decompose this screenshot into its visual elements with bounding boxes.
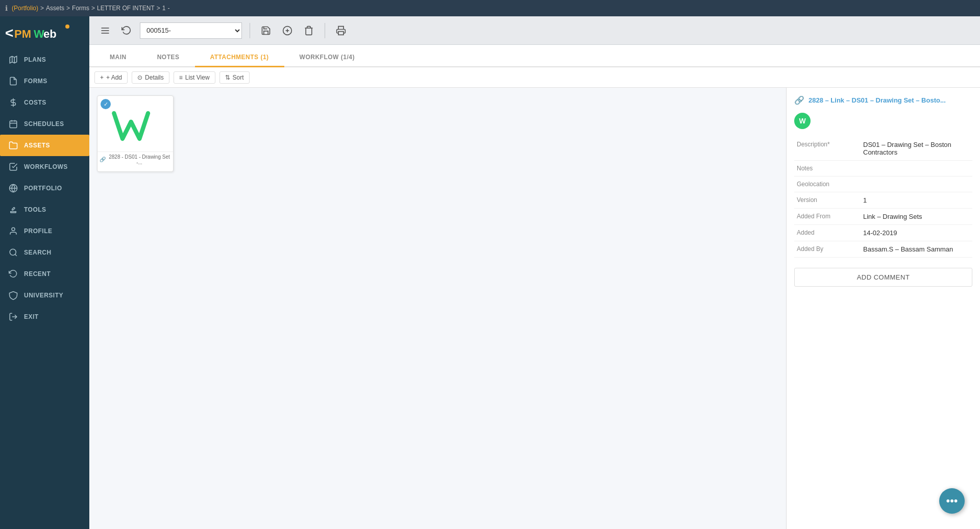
tab-main[interactable]: MAIN	[94, 48, 142, 67]
pmweb-badge: W	[794, 113, 811, 129]
content-area: 000515- MAIN NOTES ATTACHMENTS (1) WORKF…	[89, 16, 980, 529]
field-label: Added	[794, 225, 861, 241]
svg-point-4	[65, 24, 69, 29]
sidebar-item-tools[interactable]: TOOLS	[0, 199, 89, 220]
sidebar-item-schedules[interactable]: SCHEDULES	[0, 113, 89, 135]
undo-button[interactable]	[118, 22, 135, 39]
sidebar-item-plans[interactable]: PLANS	[0, 49, 89, 70]
detail-field-row: Geolocation	[794, 177, 972, 192]
sidebar-item-label: ASSETS	[24, 142, 50, 149]
field-label: Description*	[794, 137, 861, 161]
tab-attachments[interactable]: ATTACHMENTS (1)	[195, 48, 284, 67]
sidebar-item-label: RECENT	[24, 270, 51, 278]
field-value: Bassam.S – Bassam Samman	[861, 241, 972, 258]
university-icon	[8, 290, 19, 301]
field-value: DS01 – Drawing Set – Boston Contractors	[861, 137, 972, 161]
svg-point-15	[12, 228, 15, 231]
tab-workflow[interactable]: WORKFLOW (1/4)	[284, 48, 370, 67]
plus-icon: +	[100, 74, 104, 81]
field-label: Notes	[794, 161, 861, 177]
svg-text:<: <	[5, 25, 13, 41]
details-button[interactable]: ⊙ Details	[132, 71, 169, 84]
field-value	[861, 161, 972, 177]
svg-rect-25	[338, 31, 344, 35]
logo[interactable]: < PM W eb	[0, 16, 89, 49]
sidebar-item-costs[interactable]: COSTS	[0, 92, 89, 113]
sidebar-item-portfolio[interactable]: PORTFOLIO	[0, 178, 89, 199]
selected-check-icon: ✓	[101, 99, 111, 109]
hamburger-button[interactable]	[97, 22, 113, 39]
content-panel: ✓ 🔗 2828 - DS01 - Drawing Set -...	[89, 88, 980, 529]
sidebar-item-forms[interactable]: FORMS	[0, 70, 89, 92]
attachment-thumbnail[interactable]: ✓ 🔗 2828 - DS01 - Drawing Set -...	[97, 95, 174, 172]
toolbar: 000515-	[89, 16, 980, 45]
asset-icon	[8, 140, 19, 151]
field-label: Added From	[794, 209, 861, 225]
detail-field-row: Description*DS01 – Drawing Set – Boston …	[794, 137, 972, 161]
sidebar-item-university[interactable]: UNIVERSITY	[0, 285, 89, 306]
top-bar: ℹ (Portfolio) > Assets > Forms > LETTER …	[0, 0, 980, 16]
field-value: 14-02-2019	[861, 225, 972, 241]
field-value	[861, 177, 972, 192]
details-icon: ⊙	[137, 74, 142, 81]
record-select[interactable]: 000515-	[140, 22, 242, 39]
file-icon	[8, 75, 19, 87]
detail-field-row: Added FromLink – Drawing Sets	[794, 209, 972, 225]
sidebar-item-exit[interactable]: EXIT	[0, 306, 89, 328]
toolbar-divider-1	[250, 23, 250, 38]
sidebar-item-workflows[interactable]: WORKFLOWS	[0, 156, 89, 178]
add-attachment-button[interactable]: + + Add	[94, 71, 128, 84]
sidebar-item-label: PLANS	[24, 56, 46, 63]
portfolio-link[interactable]: (Portfolio)	[12, 5, 38, 12]
add-comment-button[interactable]: ADD COMMENT	[794, 268, 972, 287]
svg-rect-9	[10, 121, 17, 128]
detail-title: 🔗 2828 – Link – DS01 – Drawing Set – Bos…	[794, 95, 972, 105]
detail-fields-table: Description*DS01 – Drawing Set – Boston …	[794, 137, 972, 258]
profile-icon	[8, 225, 19, 237]
detail-field-row: Notes	[794, 161, 972, 177]
sidebar-item-label: PROFILE	[24, 228, 53, 235]
sidebar-item-label: FORMS	[24, 78, 47, 85]
field-value: 1	[861, 192, 972, 209]
sidebar-item-assets[interactable]: ASSETS	[0, 135, 89, 156]
info-icon[interactable]: ℹ	[5, 4, 8, 12]
sidebar-item-label: COSTS	[24, 99, 46, 106]
print-button[interactable]	[333, 22, 349, 39]
svg-text:eb: eb	[43, 28, 57, 40]
field-label: Geolocation	[794, 177, 861, 192]
workflow-icon	[8, 161, 19, 172]
sidebar-item-label: EXIT	[24, 313, 39, 320]
svg-point-16	[10, 249, 16, 255]
fab-button[interactable]: •••	[939, 488, 965, 514]
attachment-preview-image	[110, 106, 161, 146]
sidebar-item-search[interactable]: SEARCH	[0, 242, 89, 263]
sort-button[interactable]: ⇅ Sort	[219, 71, 250, 84]
add-button[interactable]	[279, 22, 296, 39]
link-icon: 🔗	[100, 157, 106, 162]
sidebar-item-label: SCHEDULES	[24, 120, 64, 128]
recent-icon	[8, 268, 19, 280]
breadcrumb: (Portfolio) > Assets > Forms > LETTER OF…	[12, 5, 169, 12]
map-icon	[8, 54, 19, 65]
detail-field-row: Added14-02-2019	[794, 225, 972, 241]
attachment-label: 🔗 2828 - DS01 - Drawing Set -...	[97, 152, 173, 167]
delete-button[interactable]	[301, 22, 317, 39]
detail-field-row: Added ByBassam.S – Bassam Samman	[794, 241, 972, 258]
globe-icon	[8, 183, 19, 194]
sidebar-item-label: SEARCH	[24, 249, 52, 256]
svg-text:W: W	[34, 28, 44, 40]
tab-notes[interactable]: NOTES	[142, 48, 195, 67]
sidebar: < PM W eb PLANS FORMS COSTS	[0, 16, 89, 529]
attachments-grid: ✓ 🔗 2828 - DS01 - Drawing Set -...	[89, 88, 786, 529]
list-view-button[interactable]: ≡ List View	[174, 71, 215, 84]
sub-toolbar: + + Add ⊙ Details ≡ List View ⇅ Sort	[89, 67, 980, 88]
save-button[interactable]	[258, 22, 274, 39]
sidebar-item-label: TOOLS	[24, 206, 46, 213]
list-icon: ≡	[179, 74, 183, 81]
sidebar-item-profile[interactable]: PROFILE	[0, 220, 89, 242]
svg-marker-5	[10, 56, 17, 63]
tabs: MAIN NOTES ATTACHMENTS (1) WORKFLOW (1/4…	[89, 45, 980, 67]
sort-icon: ⇅	[225, 74, 230, 81]
sidebar-item-recent[interactable]: RECENT	[0, 263, 89, 285]
search-icon	[8, 247, 19, 258]
